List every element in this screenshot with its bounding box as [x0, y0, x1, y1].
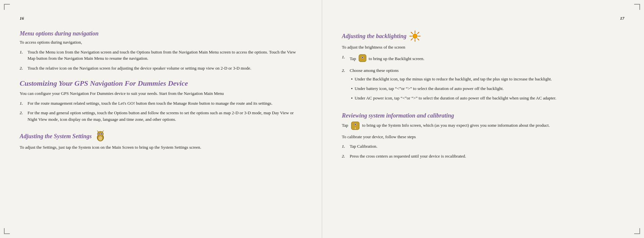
backlight-bullets: Under the Backlight icon, tap the minus …: [350, 76, 624, 102]
corner-tr: [634, 4, 640, 10]
corner-bl: [4, 228, 10, 234]
list-item: 2. Touch the relative icon on the Naviga…: [20, 65, 302, 72]
section-title-customizing: Customizing Your GPS Navigation For Dumm…: [20, 79, 302, 88]
list-item: 2. Choose among these options Under the …: [342, 67, 624, 104]
page-number-right: 17: [342, 16, 624, 21]
section-menu-options: Menu options during navigation To access…: [20, 30, 302, 71]
svg-point-21: [362, 57, 363, 58]
section-title-adjusting-settings: Adjusting the System Settings: [20, 130, 302, 142]
section-reviewing-system: Reviewing system information and calibra…: [342, 112, 624, 160]
section-adjusting-backlight: Adjusting the backlighting: [342, 30, 624, 104]
customizing-list: 1. For the route management related sett…: [20, 100, 302, 123]
left-page: 16 Menu options during navigation To acc…: [0, 0, 322, 238]
list-item: 1. Touch the Menu icon from the Navigati…: [20, 49, 302, 62]
section-title-backlight: Adjusting the backlighting: [342, 30, 624, 42]
svg-point-6: [98, 133, 100, 135]
svg-point-25: [355, 124, 356, 125]
bullet-item: Under AC power icon, tap “<”or “>” to se…: [350, 95, 624, 102]
tap-icon-inline: [358, 54, 367, 64]
svg-point-9: [98, 136, 102, 141]
section-customizing: Customizing Your GPS Navigation For Dumm…: [20, 79, 302, 122]
list-item: 1. Tap to bring up the Backl: [342, 54, 624, 64]
section-intro-customizing: You can configure your GPS Navigation Fo…: [20, 90, 302, 97]
section-intro-backlight: To adjust the brightness of the screen: [342, 44, 624, 51]
section-title-menu: Menu options during navigation: [20, 30, 302, 37]
backlight-sun-icon: [409, 30, 421, 42]
calibrate-list: 1. Tap Calibration. 2. Press the cross c…: [342, 143, 624, 159]
section-title-reviewing: Reviewing system information and calibra…: [342, 112, 624, 119]
list-item: 1. Tap Calibration.: [342, 143, 624, 150]
svg-line-15: [411, 32, 413, 34]
svg-line-17: [418, 32, 419, 34]
right-page: 17 Adjusting the backlighting: [322, 0, 644, 238]
calibrate-intro: To calibrate your device, follow these s…: [342, 134, 624, 140]
corner-br: [634, 228, 640, 234]
svg-point-7: [101, 133, 102, 135]
backlight-list: 1. Tap to bring up the Backl: [342, 54, 624, 104]
sysinfo-icon: i: [351, 121, 360, 130]
bullet-item: Under battery icon, tap “<”or “>” to sel…: [350, 85, 624, 92]
section-reviewing-intro: Tap i to bring up the System Info screen…: [342, 121, 624, 130]
section-intro-menu: To access options during navigation,: [20, 39, 302, 46]
svg-line-18: [411, 39, 413, 40]
list-item: 1. For the route management related sett…: [20, 100, 302, 107]
page-number-left: 16: [20, 16, 302, 21]
svg-marker-3: [102, 130, 104, 132]
menu-options-list: 1. Touch the Menu icon from the Navigati…: [20, 49, 302, 72]
list-item: 2. For the map and general option settin…: [20, 110, 302, 122]
bullet-item: Under the Backlight icon, tap the minus …: [350, 76, 624, 83]
svg-point-10: [413, 34, 417, 38]
svg-marker-2: [97, 130, 99, 132]
section-intro-adjusting-settings: To adjust the Settings, just tap the Sys…: [20, 144, 302, 151]
list-item: 2. Press the cross centers as requested …: [342, 153, 624, 160]
corner-tl: [4, 4, 10, 10]
svg-line-16: [418, 39, 419, 40]
section-adjusting-settings: Adjusting the System Settings: [20, 130, 302, 151]
owl-icon: [94, 130, 106, 142]
